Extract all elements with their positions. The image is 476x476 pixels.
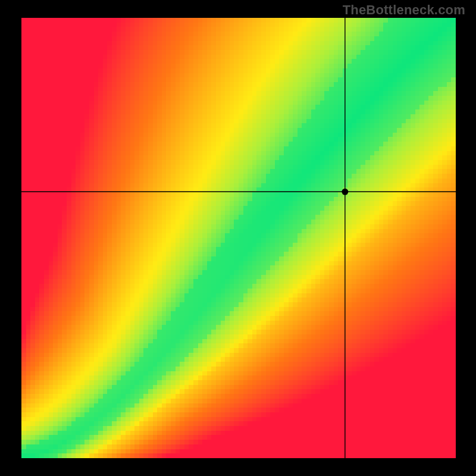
chart-frame: TheBottleneck.com bbox=[0, 0, 476, 476]
watermark-text: TheBottleneck.com bbox=[343, 2, 465, 18]
crosshair-overlay bbox=[21, 18, 456, 458]
